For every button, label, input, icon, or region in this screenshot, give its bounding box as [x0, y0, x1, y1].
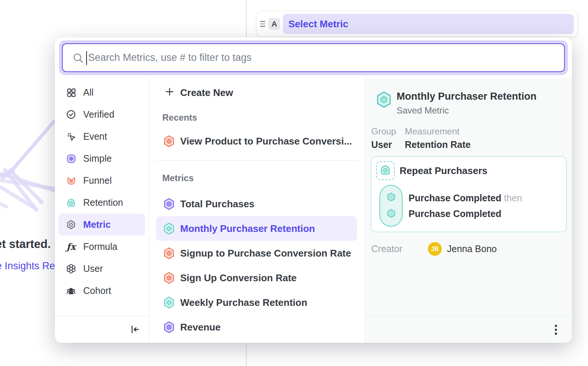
metric-hexagon-icon	[163, 321, 175, 334]
measurement-label: Measurement	[405, 126, 470, 137]
sidebar-item-simple[interactable]: Simple	[59, 148, 145, 170]
metric-item-label: Signup to Purchase Conversion Rate	[180, 248, 351, 259]
metric-hexagon-icon	[163, 247, 175, 260]
category-sidebar: All Verified Event Simple Funnel Retenti…	[55, 78, 149, 343]
creator-label: Creator	[371, 244, 428, 254]
sidebar-item-label: All	[83, 87, 94, 98]
metric-list-item[interactable]: View Product to Purchase Conversi...	[156, 129, 357, 153]
sidebar-item-formula[interactable]: ƒxFormula	[59, 236, 145, 258]
collapse-sidebar-button[interactable]	[129, 324, 141, 335]
background-link-fragment: e Insights Re	[0, 260, 55, 272]
list-divider	[156, 160, 357, 161]
group-label: Group	[371, 126, 405, 137]
background-headline-fragment: et started.	[0, 238, 51, 251]
sidebar-item-verified[interactable]: Verified	[59, 103, 145, 125]
details-header: Monthly Purchaser Retention Saved Metric	[371, 91, 567, 116]
sidebar-item-label: Verified	[83, 109, 114, 120]
metric-list-item[interactable]: Monthly Purchaser Retention	[156, 216, 357, 241]
avatar: JB	[428, 242, 442, 256]
details-title: Monthly Purchaser Retention	[397, 91, 537, 102]
metric-list-item[interactable]: Total Purchases	[156, 192, 357, 216]
sidebar-item-user[interactable]: User	[59, 258, 145, 280]
metric-list-item[interactable]: Signup to Purchase Conversion Rate	[156, 241, 357, 266]
sidebar-item-label: User	[83, 263, 103, 274]
retention-icon	[66, 198, 76, 208]
section-label-recents: Recents	[156, 112, 357, 123]
metric-list: Create New Recents View Product to Purch…	[149, 78, 365, 343]
details-subtitle: Saved Metric	[397, 105, 537, 116]
select-metric-button[interactable]: Select Metric	[283, 14, 574, 34]
sidebar-item-all[interactable]: All	[59, 81, 145, 103]
kebab-icon	[554, 324, 558, 336]
sidebar-item-label: Metric	[83, 219, 111, 230]
sidebar-item-label: Event	[83, 131, 107, 142]
drag-handle-icon[interactable]	[260, 21, 265, 27]
metric-item-label: Total Purchases	[180, 198, 254, 210]
metric-picker-modal: All Verified Event Simple Funnel Retenti…	[55, 37, 572, 343]
step-2-label: Purchase Completed	[409, 206, 522, 221]
retention-definition-icon	[376, 161, 395, 180]
retention-steps-capsule	[379, 185, 403, 227]
sidebar-item-label: Simple	[83, 153, 112, 164]
metric-item-label: Revenue	[180, 322, 220, 333]
sidebar-item-cohort[interactable]: Cohort	[59, 280, 145, 302]
event-icon	[66, 131, 76, 142]
search-band	[55, 37, 572, 78]
user-icon	[66, 264, 76, 274]
grid-icon	[66, 87, 76, 97]
metric-item-label: View Product to Purchase Conversi...	[180, 136, 352, 147]
create-new-label: Create New	[180, 87, 233, 99]
series-badge: A	[268, 18, 280, 30]
definition-steps: Purchase Completed then Purchase Complet…	[409, 190, 522, 221]
sidebar-item-funnel[interactable]: Funnel	[59, 170, 145, 192]
formula-icon: ƒx	[66, 242, 76, 252]
sidebar-item-retention[interactable]: Retention	[59, 192, 145, 214]
sidebar-item-label: Funnel	[83, 175, 112, 186]
details-footer	[365, 316, 572, 343]
sidebar-footer	[55, 316, 149, 343]
search-input[interactable]	[63, 44, 564, 72]
text-caret	[86, 51, 87, 65]
metric-item-label: Monthly Purchaser Retention	[180, 223, 315, 235]
step-hexagon-icon	[386, 192, 396, 204]
search-focus-ring	[59, 40, 568, 75]
metric-definition-card: Repeat Purchasers Purchase Completed the…	[371, 156, 567, 232]
sidebar-item-metric[interactable]: Metric	[59, 214, 145, 236]
metric-list-item[interactable]: Revenue	[156, 315, 357, 339]
sidebar-item-label: Formula	[83, 241, 118, 252]
modal-body: All Verified Event Simple Funnel Retenti…	[55, 78, 572, 343]
plus-icon	[165, 87, 174, 99]
step-1-label: Purchase Completed	[409, 193, 501, 203]
creator-name: Jenna Bono	[447, 244, 497, 254]
verified-icon	[66, 109, 76, 120]
metric-hexagon-icon	[163, 198, 175, 210]
search-box	[62, 43, 565, 72]
sidebar-item-label: Retention	[83, 197, 123, 208]
search-icon	[72, 52, 84, 66]
metric-item-label: Weekly Purchase Retention	[180, 297, 307, 308]
create-new-button[interactable]: Create New	[156, 83, 357, 103]
metric-icon	[66, 220, 76, 230]
details-meta: Group User Measurement Retention Rate	[371, 126, 567, 150]
metric-hexagon-icon	[376, 91, 392, 108]
metric-hexagon-icon	[163, 297, 175, 309]
funnel-icon	[66, 176, 76, 186]
step-connector: then	[504, 193, 522, 203]
more-options-button[interactable]	[554, 324, 558, 336]
metric-list-item[interactable]: Sign Up Conversion Rate	[156, 266, 357, 290]
definition-title: Repeat Purchasers	[400, 165, 488, 177]
metric-hexagon-icon	[163, 272, 175, 284]
step-hexagon-icon	[386, 208, 396, 220]
simple-icon	[66, 153, 76, 164]
metric-item-label: Sign Up Conversion Rate	[180, 272, 297, 284]
measurement-value: Retention Rate	[405, 139, 470, 150]
sidebar-item-event[interactable]: Event	[59, 125, 145, 148]
section-label-metrics: Metrics	[156, 173, 357, 183]
metric-hexagon-icon	[163, 135, 175, 148]
metric-row-card: A Select Metric	[257, 11, 578, 37]
metric-list-item[interactable]: Weekly Purchase Retention	[156, 290, 357, 315]
creator-row: Creator JB Jenna Bono	[371, 242, 567, 256]
collapse-icon	[129, 324, 141, 335]
retention-icon	[379, 164, 391, 177]
group-value: User	[371, 139, 405, 150]
